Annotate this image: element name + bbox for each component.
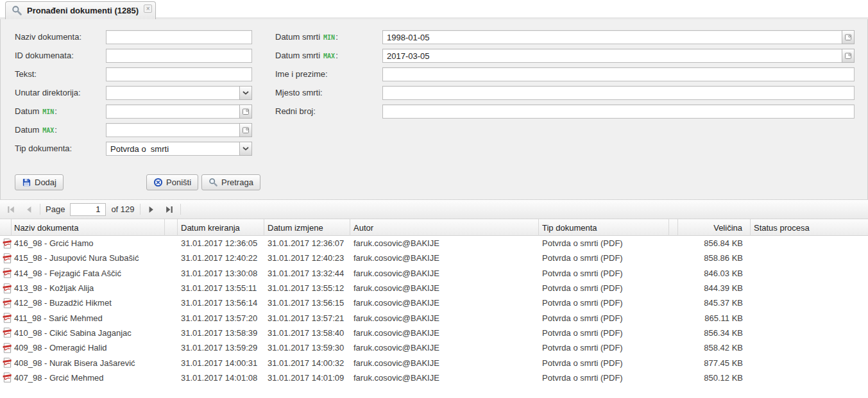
size-cell: 850.12 KB [678, 370, 751, 385]
size-cell: 846.03 KB [678, 266, 751, 281]
pdf-icon [2, 358, 12, 368]
table-row[interactable]: 413_98 - Kožljak Alija 31.01.2017 13:55:… [0, 281, 868, 295]
spacer-cell [669, 340, 678, 355]
ponisti-button-label: Poništi [166, 178, 191, 187]
spacer-cell [165, 355, 178, 370]
tekst-label: Tekst: [15, 67, 37, 81]
calendar-icon[interactable] [842, 30, 855, 44]
pdf-icon [2, 343, 12, 353]
table-row[interactable]: 412_98 - Buzadžić Hikmet 31.01.2017 13:5… [0, 295, 868, 310]
naziv-dokumenta-label: Naziv dokumenta: [15, 30, 81, 44]
author-cell: faruk.cosovic@BAKIJE [350, 370, 539, 385]
unutar-direktorija-label: Unutar direktorija: [15, 86, 81, 100]
table-row[interactable]: 407_98 - Grcić Mehmed 31.01.2017 14:01:0… [0, 370, 868, 385]
table-row[interactable]: 410_98 - Cikić Sabina Jaganjac 31.01.201… [0, 326, 868, 340]
ime-i-prezime-input[interactable] [382, 67, 855, 81]
modified-date-cell: 31.01.2017 14:00:32 [264, 355, 350, 370]
row-icon-cell [0, 355, 12, 370]
document-name-cell: 408_98 - Nurak Bisera Jašarević [12, 355, 165, 370]
next-page-icon[interactable] [144, 203, 158, 217]
tip-dokumenta-label: Tip dokumenta: [15, 142, 72, 156]
dodaj-button-label: Dodaj [35, 178, 56, 187]
document-search-app: Pronađeni dokumenti (1285) × Naziv dokum… [0, 0, 868, 398]
process-status-cell [751, 295, 868, 310]
modified-date-cell: 31.01.2017 13:59:30 [264, 340, 350, 355]
cancel-icon [153, 178, 163, 187]
table-row[interactable]: 415_98 - Jusupović Nura Subašić 31.01.20… [0, 251, 868, 265]
table-row[interactable]: 408_98 - Nurak Bisera Jašarević 31.01.20… [0, 355, 868, 370]
document-type-cell: Potvrda o smrti (PDF) [539, 310, 669, 325]
pdf-icon [2, 268, 12, 278]
column-header-status[interactable]: Status procesa [751, 219, 868, 236]
ponisti-button[interactable]: Poništi [146, 174, 198, 190]
document-type-cell: Potvrda o smrti (PDF) [539, 370, 669, 385]
unutar-direktorija-combo[interactable] [106, 86, 240, 100]
table-row[interactable]: 416_98 - Grcić Hamo 31.01.2017 12:36:05 … [0, 236, 868, 251]
spacer-cell [165, 326, 178, 340]
previous-page-icon [22, 203, 36, 217]
datum-max-input[interactable] [106, 123, 240, 137]
row-icon-cell [0, 295, 12, 310]
row-icon-cell [0, 310, 12, 325]
process-status-cell [751, 236, 868, 251]
tab-title: Pronađeni dokumenti (1285) [27, 6, 139, 15]
datum-smrti-min-input[interactable] [382, 30, 842, 44]
spacer-cell [165, 310, 178, 325]
spacer-cell [669, 295, 678, 310]
table-row[interactable]: 414_98 - Fejzagić Fata Aščić 31.01.2017 … [0, 266, 868, 281]
size-cell: 856.34 KB [678, 326, 751, 340]
chevron-down-icon[interactable] [239, 142, 252, 156]
process-status-cell [751, 326, 868, 340]
datum-max-label: DatumMAX: [15, 123, 57, 137]
page-number-input[interactable] [70, 203, 106, 216]
size-cell: 856.84 KB [678, 236, 751, 251]
document-type-cell: Potvrda o smrti (PDF) [539, 326, 669, 340]
tip-dokumenta-combo[interactable] [106, 142, 240, 156]
row-icon-cell [0, 340, 12, 355]
datum-smrti-max-input[interactable] [382, 49, 842, 63]
last-page-icon[interactable] [162, 203, 176, 217]
datum-min-label: DatumMIN: [15, 104, 57, 119]
column-header-spacer [165, 219, 178, 236]
table-row[interactable]: 409_98 - Omeragić Halid 31.01.2017 13:59… [0, 340, 868, 355]
spacer-cell [165, 236, 178, 251]
naziv-dokumenta-input[interactable] [106, 30, 252, 44]
document-name-cell: 412_98 - Buzadžić Hikmet [12, 295, 165, 310]
pagination-toolbar: Page of 129 [0, 199, 868, 219]
column-header-kreiranja[interactable]: Datum kreiranja [178, 219, 264, 236]
datum-min-input[interactable] [106, 104, 240, 119]
column-header-naziv[interactable]: Naziv dokumenta [12, 219, 165, 236]
document-type-cell: Potvrda o smrti (PDF) [539, 295, 669, 310]
close-icon[interactable]: × [144, 4, 152, 13]
column-header-izmjene[interactable]: Datum izmjene [264, 219, 350, 236]
mjesto-smrti-input[interactable] [382, 86, 855, 100]
spacer-cell [669, 355, 678, 370]
created-date-cell: 31.01.2017 12:40:22 [178, 251, 264, 265]
modified-date-cell: 31.01.2017 13:57:21 [264, 310, 350, 325]
results-table-body: 416_98 - Grcić Hamo 31.01.2017 12:36:05 … [0, 236, 868, 385]
column-header-tip[interactable]: Tip dokumenta [539, 219, 669, 236]
pretraga-button[interactable]: Pretraga [201, 174, 260, 190]
table-row[interactable]: 411_98 - Sarić Mehmed 31.01.2017 13:57:2… [0, 310, 868, 325]
created-date-cell: 31.01.2017 14:01:08 [178, 370, 264, 385]
calendar-icon[interactable] [239, 104, 252, 119]
column-header-velicina[interactable]: Veličina [678, 219, 751, 236]
redni-broj-input[interactable] [382, 104, 855, 119]
calendar-icon[interactable] [842, 49, 855, 63]
calendar-icon[interactable] [239, 123, 252, 137]
process-status-cell [751, 310, 868, 325]
tekst-input[interactable] [106, 67, 252, 81]
toolbar-separator [180, 204, 181, 215]
id-dokumenata-input[interactable] [106, 49, 252, 63]
tab-pronadjeni-dokumenti[interactable]: Pronađeni dokumenti (1285) × [5, 1, 156, 19]
column-header-autor[interactable]: Autor [350, 219, 539, 236]
dodaj-button[interactable]: Dodaj [15, 174, 64, 190]
modified-date-cell: 31.01.2017 13:55:12 [264, 281, 350, 295]
row-icon-cell [0, 236, 12, 251]
process-status-cell [751, 281, 868, 295]
chevron-down-icon[interactable] [239, 86, 252, 100]
created-date-cell: 31.01.2017 13:30:08 [178, 266, 264, 281]
page-label: Page [44, 204, 66, 214]
spacer-cell [669, 251, 678, 265]
first-page-icon [4, 203, 18, 217]
